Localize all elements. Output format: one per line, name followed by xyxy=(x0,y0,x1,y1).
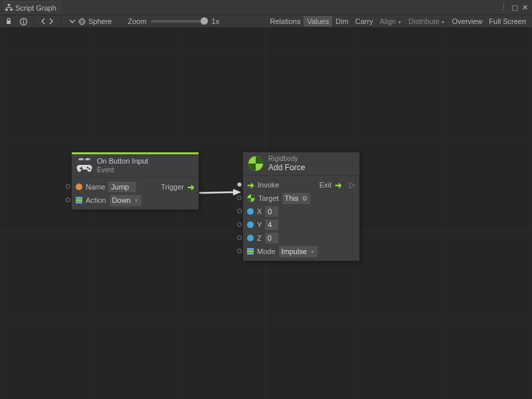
zoom-section: Zoom 1x xyxy=(128,17,219,25)
port-label: X xyxy=(257,207,262,215)
distribute-dropdown[interactable]: Distribute▼ xyxy=(405,16,448,27)
enum-port-icon xyxy=(247,248,254,255)
tab-title: Script Graph xyxy=(15,4,56,12)
svg-rect-22 xyxy=(247,251,254,253)
float-port-icon xyxy=(247,235,254,241)
hierarchy-icon xyxy=(5,4,13,11)
input-port-z[interactable] xyxy=(237,235,242,240)
rigidbody-port-icon xyxy=(247,194,255,202)
flow-in-icon: ➜ xyxy=(247,180,254,190)
svg-rect-18 xyxy=(76,201,82,203)
mode-dropdown[interactable]: Impulse▼ xyxy=(279,246,317,257)
svg-point-11 xyxy=(87,159,88,160)
port-label: Trigger xyxy=(161,183,184,191)
svg-rect-16 xyxy=(76,197,82,199)
svg-point-8 xyxy=(79,20,85,23)
tab-bar: Script Graph ⋮ ▢ ✕ xyxy=(0,0,532,15)
svg-point-12 xyxy=(87,167,89,169)
svg-point-9 xyxy=(81,19,84,25)
info-icon[interactable] xyxy=(17,16,29,27)
input-port-action[interactable] xyxy=(66,198,70,202)
flow-out-icon[interactable]: ➜ xyxy=(187,182,195,192)
sphere-mesh-icon xyxy=(78,18,86,25)
dim-button[interactable]: Dim xyxy=(332,16,352,27)
z-input[interactable] xyxy=(265,233,278,243)
svg-rect-17 xyxy=(76,200,82,201)
toolbar: Sphere Zoom 1x Relations Values Dim Carr… xyxy=(0,15,532,28)
port-label: Target xyxy=(258,194,279,202)
port-label: Exit xyxy=(319,181,331,189)
overview-button[interactable]: Overview xyxy=(449,16,486,27)
svg-point-7 xyxy=(79,19,85,25)
context-label: Sphere xyxy=(88,17,112,25)
values-button[interactable]: Values xyxy=(304,16,332,27)
gamepad-icon xyxy=(76,157,93,174)
fullscreen-button[interactable]: Full Screen xyxy=(486,16,529,27)
node-subtitle: Event xyxy=(97,166,148,174)
node-title: Add Force xyxy=(268,163,305,172)
x-input[interactable] xyxy=(265,206,278,217)
carry-button[interactable]: Carry xyxy=(352,16,377,27)
port-label: Mode xyxy=(257,247,276,255)
input-port-y[interactable] xyxy=(237,222,242,227)
toolbar-right: Relations Values Dim Carry Align▼ Distri… xyxy=(267,16,529,27)
rigidbody-icon xyxy=(247,155,264,172)
string-port-icon xyxy=(76,184,82,190)
node-header[interactable]: Rigidbody Add Force xyxy=(243,152,359,176)
y-input[interactable] xyxy=(265,219,278,230)
input-port-target[interactable] xyxy=(237,196,242,200)
relations-button[interactable]: Relations xyxy=(267,16,304,27)
svg-rect-15 xyxy=(81,167,82,170)
flow-out-icon[interactable]: ➜ xyxy=(335,180,342,190)
port-label: Invoke xyxy=(258,181,279,189)
svg-point-10 xyxy=(80,159,82,160)
zoom-value: 1x xyxy=(212,17,220,25)
port-label: Action xyxy=(86,196,106,204)
svg-point-5 xyxy=(23,19,24,21)
svg-point-13 xyxy=(88,168,90,170)
zoom-label: Zoom xyxy=(128,17,146,25)
port-label: Y xyxy=(257,221,262,229)
graph-canvas[interactable]: On Button Input Event Name Trigger ➜ Act… xyxy=(0,28,532,399)
maximize-icon[interactable]: ▢ xyxy=(511,3,518,12)
flow-in-port[interactable] xyxy=(237,182,242,187)
separator xyxy=(60,17,61,26)
enum-port-icon xyxy=(76,197,82,203)
input-port-name[interactable] xyxy=(66,184,70,189)
node-add-force[interactable]: Rigidbody Add Force ➜ Invoke Exit ➜ ▷ Ta… xyxy=(242,152,360,261)
separator xyxy=(33,17,34,26)
lock-icon[interactable] xyxy=(3,16,15,27)
context-path[interactable]: Sphere xyxy=(65,17,116,25)
close-icon[interactable]: ✕ xyxy=(522,3,528,12)
svg-rect-1 xyxy=(5,9,8,11)
svg-rect-0 xyxy=(8,4,11,6)
port-label: Name xyxy=(86,183,105,191)
node-header[interactable]: On Button Input Event xyxy=(72,152,199,178)
input-port-x[interactable] xyxy=(237,209,242,213)
name-input[interactable] xyxy=(108,182,136,192)
input-port-mode[interactable] xyxy=(237,249,242,253)
slider-thumb[interactable] xyxy=(201,17,208,25)
svg-rect-3 xyxy=(7,21,11,24)
target-dropdown[interactable]: This ⊙ xyxy=(282,193,310,204)
zoom-slider[interactable] xyxy=(151,20,208,23)
float-port-icon xyxy=(247,208,254,215)
node-pretitle: Rigidbody xyxy=(268,155,305,163)
svg-rect-23 xyxy=(247,253,254,255)
svg-rect-21 xyxy=(247,248,254,250)
node-on-button-input[interactable]: On Button Input Event Name Trigger ➜ Act… xyxy=(71,152,199,210)
node-title: On Button Input xyxy=(97,157,148,166)
svg-rect-6 xyxy=(23,21,23,23)
code-icon[interactable] xyxy=(38,16,56,27)
arrow-icon xyxy=(69,18,76,25)
align-dropdown[interactable]: Align▼ xyxy=(377,16,405,27)
action-dropdown[interactable]: Down▼ xyxy=(110,195,141,206)
svg-rect-2 xyxy=(10,9,13,11)
flow-out-port[interactable]: ▷ xyxy=(349,180,355,190)
window-controls: ⋮ ▢ ✕ xyxy=(500,3,532,12)
float-port-icon xyxy=(247,221,254,228)
more-icon[interactable]: ⋮ xyxy=(500,3,507,12)
tab-script-graph[interactable]: Script Graph xyxy=(3,1,62,14)
port-label: Z xyxy=(257,234,262,242)
